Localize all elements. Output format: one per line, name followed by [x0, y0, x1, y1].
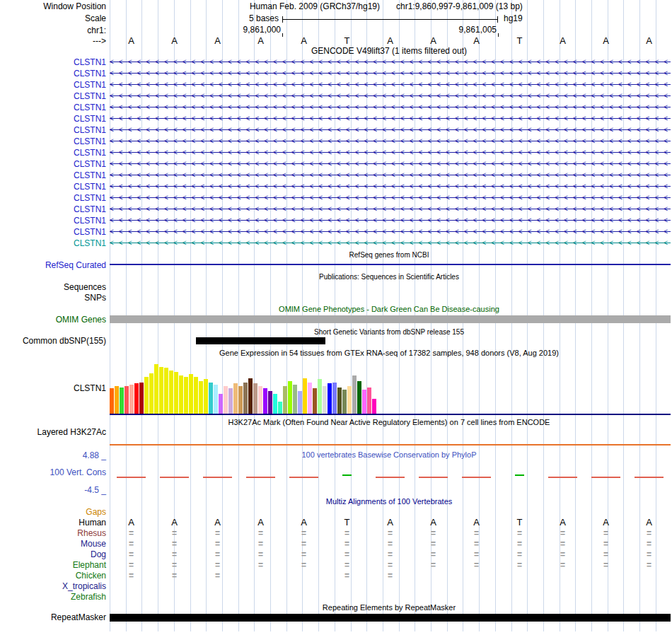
alignment-mark: =	[239, 560, 282, 570]
alignment-mark: =	[196, 528, 239, 538]
alignment-mark: =	[498, 549, 541, 559]
species-label: X_tropicalis	[0, 581, 106, 591]
alignment-mark: =	[282, 560, 325, 570]
alignment-mark: =	[153, 528, 196, 538]
species-label: Chicken	[0, 571, 106, 581]
alignment-mark: =	[282, 528, 325, 538]
aligned-base: A	[455, 518, 498, 528]
aligned-base: A	[541, 518, 584, 528]
alignment-mark: =	[369, 560, 412, 570]
alignment-mark: =	[239, 528, 282, 538]
genome-browser-view: Window Position Human Feb. 2009 (GRCh37/…	[0, 0, 672, 635]
alignment-mark: =	[282, 539, 325, 549]
aligned-base: A	[110, 518, 153, 528]
alignment-mark: =	[110, 528, 153, 538]
alignment-mark: =	[325, 539, 369, 549]
alignment-mark: =	[412, 539, 455, 549]
alignment-mark: =	[541, 549, 584, 559]
alignment-mark: =	[325, 560, 369, 570]
aligned-base: A	[369, 518, 412, 528]
alignment-row[interactable]: =============	[110, 539, 671, 549]
alignment-mark: =	[455, 539, 498, 549]
species-label: Zebrafish	[0, 592, 106, 602]
alignment-mark: =	[412, 549, 455, 559]
aligned-base: T	[498, 518, 541, 528]
species-label: Mouse	[0, 539, 106, 549]
alignment-mark: =	[196, 539, 239, 549]
alignment-mark: =	[498, 539, 541, 549]
alignment-row[interactable]: =====	[110, 571, 671, 581]
alignment-mark: =	[196, 560, 239, 570]
alignment-mark: =	[282, 549, 325, 559]
repeatmasker-track-title: Repeating Elements by RepeatMasker	[110, 603, 668, 612]
species-label: Elephant	[0, 560, 106, 570]
alignment-mark: =	[498, 528, 541, 538]
repeatmasker-label: RepeatMasker	[0, 612, 106, 622]
alignment-mark: =	[369, 549, 412, 559]
species-label: Gaps	[0, 507, 106, 517]
alignment-mark: =	[412, 560, 455, 570]
alignment-mark: =	[153, 560, 196, 570]
multiz-alignment-rows: GapsHumanAAAAATAAATAAARhesus============…	[0, 0, 672, 635]
aligned-base: T	[325, 518, 369, 528]
alignment-row[interactable]: =============	[110, 549, 671, 559]
alignment-mark: =	[110, 560, 153, 570]
alignment-mark: =	[498, 560, 541, 570]
alignment-mark: =	[325, 571, 369, 581]
alignment-mark: =	[239, 549, 282, 559]
alignment-mark: =	[325, 549, 369, 559]
alignment-mark: =	[412, 528, 455, 538]
alignment-mark: =	[153, 571, 196, 581]
alignment-mark: =	[369, 571, 412, 581]
aligned-base: A	[239, 518, 282, 528]
alignment-row[interactable]: =============	[110, 560, 671, 570]
alignment-mark: =	[196, 571, 239, 581]
alignment-mark: =	[584, 560, 627, 570]
aligned-base: A	[627, 518, 671, 528]
aligned-base: A	[584, 518, 627, 528]
alignment-mark: =	[369, 528, 412, 538]
repeatmasker-element-bar[interactable]	[110, 614, 671, 622]
alignment-mark: =	[627, 539, 671, 549]
aligned-base: A	[196, 518, 239, 528]
alignment-mark: =	[153, 549, 196, 559]
alignment-mark: =	[455, 560, 498, 570]
aligned-base: A	[282, 518, 325, 528]
alignment-mark: =	[153, 539, 196, 549]
alignment-mark: =	[455, 549, 498, 559]
species-label: Human	[0, 518, 106, 528]
alignment-mark: =	[325, 528, 369, 538]
alignment-row[interactable]: =============	[110, 528, 671, 538]
aligned-base: A	[412, 518, 455, 528]
alignment-mark: =	[627, 549, 671, 559]
alignment-mark: =	[196, 549, 239, 559]
alignment-mark: =	[627, 528, 671, 538]
alignment-mark: =	[541, 560, 584, 570]
alignment-mark: =	[627, 560, 671, 570]
species-label: Rhesus	[0, 528, 106, 538]
alignment-mark: =	[584, 528, 627, 538]
alignment-mark: =	[369, 539, 412, 549]
alignment-mark: =	[541, 528, 584, 538]
alignment-row[interactable]: AAAAATAAATAAA	[110, 518, 671, 528]
alignment-mark: =	[455, 528, 498, 538]
alignment-mark: =	[584, 549, 627, 559]
alignment-mark: =	[110, 539, 153, 549]
alignment-mark: =	[110, 549, 153, 559]
alignment-mark: =	[239, 539, 282, 549]
species-label: Dog	[0, 549, 106, 559]
aligned-base: A	[153, 518, 196, 528]
alignment-mark: =	[110, 571, 153, 581]
alignment-mark: =	[584, 539, 627, 549]
alignment-mark: =	[541, 539, 584, 549]
